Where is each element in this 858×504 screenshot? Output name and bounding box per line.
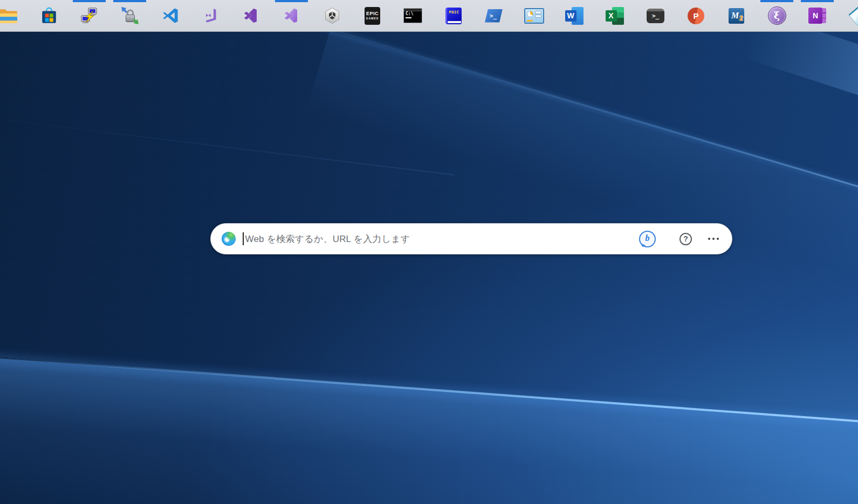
dot	[708, 238, 710, 240]
taskbar-item-unity[interactable]	[312, 0, 352, 31]
word-icon: W	[565, 7, 585, 25]
epic-games-icon: EPIC GAMES	[365, 7, 380, 25]
vscode-icon	[162, 7, 179, 24]
panel-bar-glyph	[527, 20, 533, 22]
taskbar-item-onenote[interactable]: N	[797, 0, 838, 31]
onenote-icon: N	[808, 8, 826, 24]
putty-icon	[80, 6, 99, 25]
taskbar-item-visual-studio-2015[interactable]	[190, 0, 231, 31]
powerpoint-icon: P	[688, 8, 704, 24]
powershell-icon: >_	[485, 9, 503, 23]
control-panel-icon	[524, 8, 544, 24]
pie-chart-glyph	[527, 11, 533, 17]
mery-m2-editor-icon: M 2	[729, 8, 744, 24]
taskbar-row: EPIC GAMES C:\ PDIC >_	[0, 0, 858, 31]
desktop-wallpaper	[0, 31, 858, 504]
command-prompt-cursor	[406, 17, 411, 18]
light-streak-corner	[740, 31, 858, 100]
visual-studio-2015-icon	[202, 7, 219, 24]
mery-letter-m: M	[731, 11, 739, 20]
panel-row-glyph	[535, 15, 541, 18]
dot	[717, 238, 719, 240]
more-options-icon[interactable]	[708, 238, 719, 240]
taskbar-item-mery-editor[interactable]: M 2	[716, 0, 757, 31]
emacs-icon: ξ	[768, 6, 786, 25]
excel-icon: X	[606, 7, 625, 25]
unity-icon	[323, 6, 341, 25]
search-bar-actions: b ?	[639, 231, 722, 247]
mery-digit-2: 2	[739, 15, 743, 22]
excel-letter-square: X	[606, 10, 617, 22]
emacs-glyph: ξ	[774, 10, 780, 20]
edge-logo	[222, 232, 236, 246]
taskbar-item-file-explorer[interactable]	[0, 0, 29, 31]
command-prompt-text: C:\	[406, 12, 413, 16]
visual-studio-2022-icon	[283, 7, 300, 24]
word-letter-square: W	[565, 10, 576, 22]
edge-search-bar[interactable]: Web を検索するか、URL を入力します b ?	[210, 223, 732, 254]
pdic-dictionary-icon: PDIC	[445, 8, 462, 24]
taskbar-item-microsoft-store[interactable]	[29, 0, 69, 31]
taskbar-item-epic-games[interactable]: EPIC GAMES	[352, 0, 393, 31]
taskbar-item-excel[interactable]: X	[595, 0, 635, 31]
taskbar-item-visual-studio-2019[interactable]	[231, 0, 271, 31]
taskbar-item-pdic[interactable]: PDIC	[433, 0, 473, 31]
powerpoint-letter: P	[693, 12, 698, 20]
taskbar-item-vscode[interactable]	[150, 0, 190, 31]
command-prompt-icon: C:\	[403, 8, 422, 23]
epic-games-icon-subtext: GAMES	[366, 17, 379, 20]
taskbar-item-putty[interactable]	[69, 0, 109, 31]
taskbar-item-windows-terminal[interactable]: >_	[635, 0, 676, 31]
panel-row-glyph	[535, 11, 541, 14]
taskbar-item-visual-studio-2022[interactable]	[271, 0, 312, 31]
visual-studio-2019-icon	[243, 7, 260, 24]
taskbar-item-unknown-partial[interactable]	[838, 0, 858, 31]
taskbar-item-secure-transfer[interactable]	[109, 0, 150, 31]
text-caret	[243, 232, 244, 245]
taskbar-item-command-prompt[interactable]: C:\	[393, 0, 433, 31]
windows-terminal-icon: >_	[647, 9, 664, 23]
unknown-partial-icon	[848, 2, 858, 27]
pdic-icon-text: PDIC	[449, 11, 459, 24]
taskbar-item-powershell[interactable]: >_	[473, 0, 514, 31]
taskbar-item-powerpoint[interactable]: P	[676, 0, 716, 31]
light-beam-glow-lower	[0, 356, 858, 504]
dot	[712, 238, 715, 240]
light-beam-glow	[306, 31, 858, 310]
taskbar-item-emacs[interactable]: ξ	[757, 0, 797, 31]
taskbar-item-word[interactable]: W	[554, 0, 595, 31]
file-explorer-icon	[0, 8, 18, 24]
secure-transfer-lock-icon	[121, 6, 139, 25]
onenote-letter-square: N	[808, 8, 822, 24]
bing-letter: b	[646, 234, 650, 243]
microsoft-store-icon	[40, 6, 58, 25]
taskbar-item-control-panel[interactable]	[514, 0, 554, 31]
taskbar: EPIC GAMES C:\ PDIC >_	[0, 0, 858, 32]
bing-chat-icon[interactable]: b	[639, 231, 656, 247]
onenote-tabs-glyph	[822, 8, 826, 23]
windows-terminal-text: >_	[652, 13, 659, 19]
powershell-icon-text: >_	[490, 13, 497, 19]
epic-games-icon-text: EPIC	[366, 11, 379, 16]
help-icon[interactable]: ?	[679, 233, 692, 245]
search-placeholder: Web を検索するか、URL を入力します	[245, 233, 410, 245]
